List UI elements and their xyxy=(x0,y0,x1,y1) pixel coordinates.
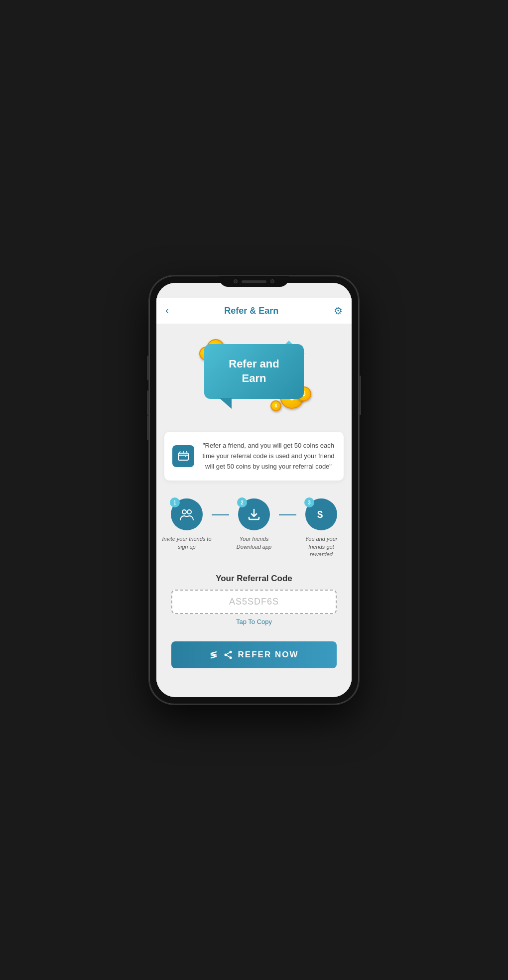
referral-code-box[interactable]: AS5SDF6S xyxy=(171,590,337,614)
refer-btn-section: ≶ REFER NOW xyxy=(156,633,352,683)
step-3-label: You and your friends get rewarded xyxy=(296,535,346,558)
app-header: ‹ Refer & Earn ⚙ xyxy=(156,298,352,324)
share-icon: ≶ xyxy=(210,649,218,660)
step-2-icon: 2 xyxy=(238,498,270,530)
info-card: "Refer a friend, and you will get 50 coi… xyxy=(164,432,344,481)
svg-point-2 xyxy=(187,510,191,514)
svg-line-8 xyxy=(227,652,230,654)
phone-screen: ‹ Refer & Earn ⚙ xyxy=(156,283,352,697)
svg-text:$: $ xyxy=(317,509,323,520)
step-connector-2 xyxy=(279,514,296,515)
share-icon-svg xyxy=(223,650,233,660)
screen-content: ‹ Refer & Earn ⚙ xyxy=(156,283,352,697)
svg-point-1 xyxy=(182,510,186,514)
step-1-label: Invite your friends to sign up xyxy=(162,535,212,551)
hero-section: Refer andEarn xyxy=(156,324,352,424)
step-2-label: Your friends Download app xyxy=(229,535,279,551)
step-2: 2 Your friends Download app xyxy=(229,498,279,551)
step-connector-1 xyxy=(212,514,229,515)
earpiece-speaker xyxy=(242,280,266,283)
refer-now-label: REFER NOW xyxy=(238,650,299,660)
hero-text: Refer andEarn xyxy=(229,357,279,385)
hero-bubble: Refer andEarn xyxy=(199,339,309,414)
steps-section: 1 Invite your friends to sign up xyxy=(156,489,352,568)
step-3-number: 3 xyxy=(304,497,314,507)
step-2-number: 2 xyxy=(237,497,247,507)
referral-section: Your Referral Code AS5SDF6S Tap To Copy xyxy=(156,569,352,633)
step-1-icon: 1 xyxy=(171,498,203,530)
page-title: Refer & Earn xyxy=(224,306,278,316)
front-sensor xyxy=(270,279,274,283)
step-3: 3 $ You and your friends get rewarded xyxy=(296,498,346,558)
wallet-icon xyxy=(172,445,194,467)
coin-decoration-5 xyxy=(270,400,281,411)
back-button[interactable]: ‹ xyxy=(165,305,169,316)
step-1: 1 Invite your friends to sign up xyxy=(162,498,212,551)
svg-point-6 xyxy=(229,656,232,659)
refer-now-button[interactable]: ≶ REFER NOW xyxy=(171,641,337,668)
info-card-text: "Refer a friend, and you will get 50 coi… xyxy=(201,441,336,472)
tap-to-copy-label[interactable]: Tap To Copy xyxy=(171,618,337,625)
settings-icon[interactable]: ⚙ xyxy=(334,305,343,317)
svg-point-5 xyxy=(224,653,227,656)
step-1-number: 1 xyxy=(170,497,180,507)
phone-device: ‹ Refer & Earn ⚙ xyxy=(149,276,359,704)
svg-rect-0 xyxy=(178,453,188,460)
front-camera xyxy=(234,279,238,283)
referral-code-value: AS5SDF6S xyxy=(178,597,330,607)
svg-point-4 xyxy=(229,650,232,653)
svg-line-7 xyxy=(227,655,230,657)
step-3-icon: 3 $ xyxy=(305,498,337,530)
speech-bubble: Refer andEarn xyxy=(204,344,304,399)
phone-notch xyxy=(219,276,289,287)
referral-code-title: Your Referral Code xyxy=(171,574,337,584)
